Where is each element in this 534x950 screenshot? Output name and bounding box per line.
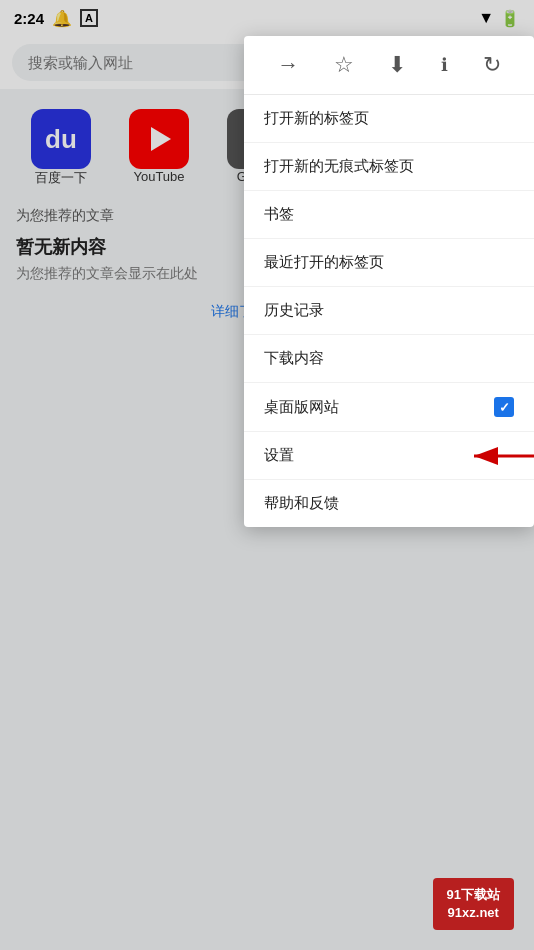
menu-item-settings[interactable]: 设置 xyxy=(244,432,534,480)
menu-item-bookmarks[interactable]: 书签 xyxy=(244,191,534,239)
menu-item-desktop-site-label: 桌面版网站 xyxy=(264,398,339,417)
menu-item-new-tab[interactable]: 打开新的标签页 xyxy=(244,95,534,143)
menu-item-settings-label: 设置 xyxy=(264,446,294,465)
desktop-site-checkbox[interactable]: ✓ xyxy=(494,397,514,417)
watermark-line1: 91下载站 xyxy=(447,886,500,904)
menu-item-history-label: 历史记录 xyxy=(264,301,324,320)
menu-item-downloads[interactable]: 下载内容 xyxy=(244,335,534,383)
menu-item-recent-tabs[interactable]: 最近打开的标签页 xyxy=(244,239,534,287)
bookmark-star-icon[interactable]: ☆ xyxy=(326,46,362,84)
menu-item-incognito-label: 打开新的无痕式标签页 xyxy=(264,157,414,176)
menu-item-new-tab-label: 打开新的标签页 xyxy=(264,109,369,128)
menu-item-recent-tabs-label: 最近打开的标签页 xyxy=(264,253,384,272)
red-arrow-annotation xyxy=(464,436,534,476)
watermark-line2: 91xz.net xyxy=(447,904,500,922)
menu-item-incognito[interactable]: 打开新的无痕式标签页 xyxy=(244,143,534,191)
forward-icon[interactable]: → xyxy=(269,46,307,84)
menu-item-help[interactable]: 帮助和反馈 xyxy=(244,480,534,527)
dropdown-menu: → ☆ ⬇ ℹ ↻ 打开新的标签页 打开新的无痕式标签页 书签 最近打开的标签页… xyxy=(244,36,534,527)
menu-item-history[interactable]: 历史记录 xyxy=(244,287,534,335)
refresh-icon[interactable]: ↻ xyxy=(475,46,509,84)
menu-item-downloads-label: 下载内容 xyxy=(264,349,324,368)
watermark: 91下载站 91xz.net xyxy=(433,878,514,930)
download-icon[interactable]: ⬇ xyxy=(380,46,414,84)
menu-item-desktop-site[interactable]: 桌面版网站 ✓ xyxy=(244,383,534,432)
menu-item-bookmarks-label: 书签 xyxy=(264,205,294,224)
menu-toolbar: → ☆ ⬇ ℹ ↻ xyxy=(244,36,534,95)
info-icon[interactable]: ℹ xyxy=(433,48,456,82)
menu-item-help-label: 帮助和反馈 xyxy=(264,494,339,513)
checkmark-icon: ✓ xyxy=(499,400,510,415)
